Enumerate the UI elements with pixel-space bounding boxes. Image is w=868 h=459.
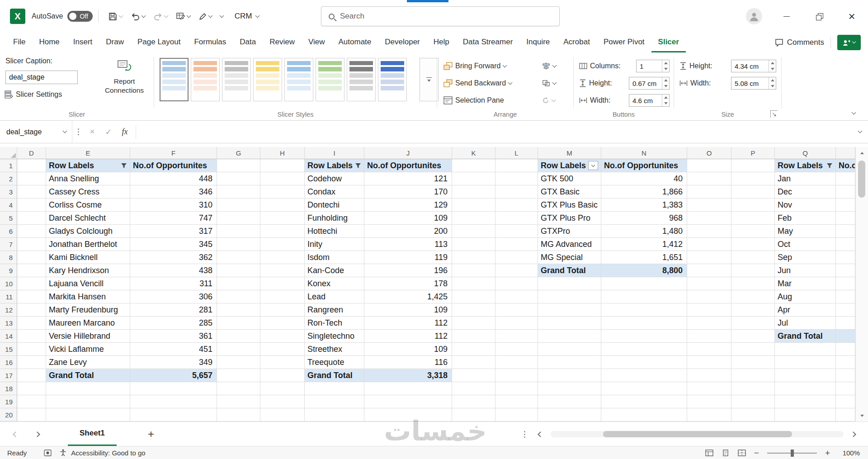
cell-L19[interactable] [495,395,538,408]
column-header-D[interactable]: D [17,147,46,159]
column-header-J[interactable]: J [364,147,452,159]
cell-L16[interactable] [495,356,538,369]
cell-P8[interactable] [731,251,775,264]
cell-P6[interactable] [731,225,775,238]
cell-D3[interactable] [17,185,46,199]
cell-G2[interactable] [217,172,260,185]
cell-Q20[interactable] [775,408,836,421]
row-header-15[interactable]: 15 [0,343,17,356]
sheet-tab-sheet1[interactable]: Sheet1 [68,422,117,446]
enter-button[interactable]: ✓ [100,127,117,137]
spinner-arrows[interactable] [662,60,669,72]
cell-O3[interactable] [687,185,731,199]
cell-M15[interactable] [538,343,601,356]
cell-M8[interactable]: MG Special [538,251,601,264]
pivot-filter-icon[interactable] [826,163,833,169]
cell-N7[interactable]: 1,412 [601,238,687,251]
cell-P12[interactable] [731,303,775,317]
formula-input[interactable] [139,121,859,143]
cell-N17[interactable] [601,369,687,382]
cell-N5[interactable]: 968 [601,212,687,225]
macro-record-button[interactable] [44,450,52,456]
cell-O18[interactable] [687,382,731,395]
cell-Q13[interactable]: Jul [775,317,836,330]
cell-G9[interactable] [217,264,260,277]
cell-H15[interactable] [260,343,305,356]
cell-K20[interactable] [452,408,495,421]
cell-R15[interactable] [836,343,855,356]
cell-M7[interactable]: MG Advanced [538,238,601,251]
spinner-arrows[interactable] [662,77,669,89]
spinner-arrows[interactable] [769,60,776,72]
cell-K10[interactable] [452,277,495,290]
cell-E19[interactable] [46,395,130,408]
cell-K3[interactable] [452,185,495,199]
buttons-width-spinner[interactable]: 4.6 cm [629,94,670,107]
row-header-19[interactable]: 19 [0,395,17,408]
cell-K16[interactable] [452,356,495,369]
cell-Q14[interactable]: Grand Total [775,330,836,343]
slicer-caption-input[interactable] [5,71,78,84]
cell-I3[interactable]: Condax [305,185,364,199]
slicer-style-dark-blue[interactable] [378,58,407,101]
cell-P20[interactable] [731,408,775,421]
cell-D4[interactable] [17,199,46,212]
cell-K11[interactable] [452,290,495,303]
cell-R5[interactable] [836,212,855,225]
cell-R20[interactable] [836,408,855,421]
send-backward-button[interactable]: Send Backward [443,79,512,87]
cell-J5[interactable]: 109 [364,212,452,225]
cell-R10[interactable] [836,277,855,290]
cell-F20[interactable] [130,408,217,421]
cell-L7[interactable] [495,238,538,251]
cell-L13[interactable] [495,317,538,330]
cell-J2[interactable]: 121 [364,172,452,185]
cell-K18[interactable] [452,382,495,395]
cell-G18[interactable] [217,382,260,395]
user-avatar[interactable] [746,8,762,24]
spinner-arrows[interactable] [769,77,776,89]
cell-N6[interactable]: 1,480 [601,225,687,238]
cell-O10[interactable] [687,277,731,290]
cell-D15[interactable] [17,343,46,356]
cell-F19[interactable] [130,395,217,408]
cell-J18[interactable] [364,382,452,395]
cell-E1[interactable]: Row Labels [46,159,130,172]
tab-review[interactable]: Review [263,33,302,52]
cell-G20[interactable] [217,408,260,421]
insert-function-button[interactable]: fx [117,127,133,137]
report-connections-button[interactable]: Report Connections [99,56,150,107]
row-header-7[interactable]: 7 [0,238,17,251]
cell-D13[interactable] [17,317,46,330]
cell-N3[interactable]: 1,866 [601,185,687,199]
cell-G17[interactable] [217,369,260,382]
cell-H3[interactable] [260,185,305,199]
rotate-objects-button[interactable] [542,97,555,104]
cell-J11[interactable]: 1,425 [364,290,452,303]
zoom-level[interactable]: 100% [838,449,860,457]
cell-D17[interactable] [17,369,46,382]
cell-N2[interactable]: 40 [601,172,687,185]
cell-O5[interactable] [687,212,731,225]
accessibility-status[interactable]: Accessibility: Good to go [71,449,145,457]
cell-Q7[interactable]: Oct [775,238,836,251]
cell-I5[interactable]: Funholding [305,212,364,225]
column-header-M[interactable]: M [538,147,601,159]
cell-F2[interactable]: 448 [130,172,217,185]
cell-H19[interactable] [260,395,305,408]
vscroll-down-arrow[interactable] [856,410,868,421]
autosave-toggle[interactable]: Off [67,11,92,22]
vertical-scrollbar-thumb[interactable] [858,161,865,198]
tab-acrobat[interactable]: Acrobat [557,33,597,52]
send-backward-dropdown-icon[interactable] [508,80,513,85]
row-header-8[interactable]: 8 [0,251,17,264]
cell-Q10[interactable]: Mar [775,277,836,290]
zoom-in-button[interactable]: + [825,448,830,458]
cell-G11[interactable] [217,290,260,303]
cell-F12[interactable]: 281 [130,303,217,317]
cell-N20[interactable] [601,408,687,421]
cell-N16[interactable] [601,356,687,369]
cell-Q16[interactable] [775,356,836,369]
cell-P11[interactable] [731,290,775,303]
slicer-style-peach[interactable] [191,58,220,101]
